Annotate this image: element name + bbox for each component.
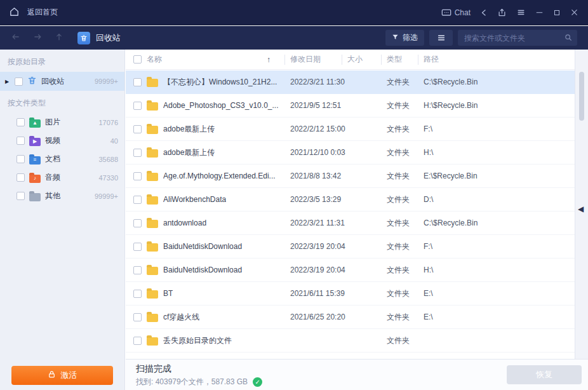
folder-icon bbox=[147, 149, 158, 158]
table-row[interactable]: antdownload 2022/3/21 11:31 文件夹 C:\$Recy… bbox=[126, 212, 575, 235]
item-count: 17076 bbox=[98, 119, 118, 126]
column-header-type[interactable]: 类型 bbox=[381, 50, 418, 69]
file-path: F:\ bbox=[418, 242, 575, 251]
checkbox[interactable] bbox=[17, 173, 25, 182]
table-body: 【不忘初心】Windows10_21H2... 2022/3/21 11:30 … bbox=[126, 71, 575, 359]
sidebar: 按原始目录 ▶ 回收站 99999+ 按文件类型 ▲ bbox=[0, 50, 125, 390]
file-type-list: ▲ 图片 17076 ▶ 视频 40 ≡ 文档 35688 bbox=[0, 113, 124, 205]
column-header-path[interactable]: 路径 bbox=[418, 50, 575, 69]
view-options-button[interactable] bbox=[429, 30, 453, 46]
expand-icon[interactable]: ▶ bbox=[5, 79, 10, 84]
share-button[interactable] bbox=[480, 8, 488, 17]
table-row[interactable] bbox=[126, 353, 575, 359]
search-box bbox=[458, 30, 577, 46]
chat-button[interactable]: Chat bbox=[441, 8, 471, 17]
row-checkbox[interactable] bbox=[133, 290, 142, 298]
search-icon[interactable] bbox=[564, 33, 573, 44]
row-checkbox[interactable] bbox=[133, 313, 142, 321]
table-row[interactable]: Adobe_Photoshop_CS3_v10.0_... 2021/9/5 1… bbox=[126, 94, 575, 118]
file-name: antdownload bbox=[163, 219, 206, 227]
close-button[interactable] bbox=[570, 8, 578, 17]
checkbox[interactable] bbox=[15, 77, 23, 86]
table-row[interactable]: adobe最新上传 2021/12/10 0:03 文件夹 H:\ bbox=[126, 141, 575, 165]
hamburger-icon bbox=[516, 8, 526, 17]
chat-icon bbox=[441, 8, 451, 17]
table-row[interactable]: BaiduNetdiskDownload 2022/3/19 20:04 文件夹… bbox=[126, 235, 575, 259]
back-button[interactable] bbox=[10, 32, 21, 44]
column-label-name: 名称 bbox=[147, 54, 162, 65]
table-row[interactable]: cf穿越火线 2021/6/25 20:20 文件夹 E:\ bbox=[126, 306, 575, 329]
sidebar-item-file-type[interactable]: ▶ 视频 40 bbox=[0, 131, 124, 150]
row-checkbox[interactable] bbox=[133, 149, 142, 157]
funnel-icon bbox=[392, 34, 399, 43]
minimize-button[interactable] bbox=[535, 8, 544, 17]
checkbox[interactable] bbox=[17, 155, 25, 163]
up-button[interactable] bbox=[55, 32, 63, 44]
scan-status-title: 扫描完成 bbox=[136, 363, 171, 375]
modified-date: 2022/3/21 11:31 bbox=[284, 219, 342, 227]
column-header-date[interactable]: 修改日期 bbox=[284, 50, 342, 69]
modified-date: 2022/3/19 20:04 bbox=[284, 266, 342, 274]
table-row[interactable]: BaiduNetdiskDownload 2022/3/19 20:04 文件夹… bbox=[126, 259, 575, 282]
sidebar-item-file-type[interactable]: ♪ 音频 47330 bbox=[0, 168, 124, 187]
column-header-name[interactable]: 名称 ↑ bbox=[126, 50, 284, 69]
row-checkbox[interactable] bbox=[133, 78, 142, 86]
row-checkbox[interactable] bbox=[133, 337, 142, 345]
check-circle-icon: ✓ bbox=[253, 377, 262, 387]
row-checkbox[interactable] bbox=[133, 219, 142, 227]
modified-date: 2022/2/12 15:00 bbox=[284, 124, 342, 133]
row-checkbox[interactable] bbox=[133, 243, 142, 251]
folder-icon bbox=[147, 220, 158, 228]
file-type-folder-icon: ▲ bbox=[29, 119, 41, 128]
sort-ascending-icon[interactable]: ↑ bbox=[267, 55, 271, 64]
table-row[interactable]: BT 2021/6/11 15:39 文件夹 E:\ bbox=[126, 282, 575, 306]
maximize-button[interactable] bbox=[553, 9, 561, 17]
sidebar-item-file-type[interactable]: 其他 99999+ bbox=[0, 187, 124, 205]
chat-label: Chat bbox=[455, 8, 471, 17]
home-button[interactable]: 返回首页 bbox=[9, 6, 58, 19]
file-path: C:\$Recycle.Bin bbox=[418, 219, 575, 227]
folder-icon bbox=[147, 173, 158, 181]
recycle-bin-icon bbox=[27, 76, 37, 87]
table-row[interactable]: adobe最新上传 2022/2/12 15:00 文件夹 F:\ bbox=[126, 118, 575, 141]
table-row[interactable]: Age.of.Mythology.Extended.Edi... 2021/8/… bbox=[126, 165, 575, 188]
row-checkbox[interactable] bbox=[133, 172, 142, 180]
row-checkbox[interactable] bbox=[133, 125, 142, 133]
search-input[interactable] bbox=[458, 30, 577, 46]
row-checkbox[interactable] bbox=[133, 196, 142, 204]
file-name: Adobe_Photoshop_CS3_v10.0_... bbox=[163, 101, 278, 110]
collapse-panel-icon[interactable]: ◀ bbox=[578, 205, 584, 213]
select-all-checkbox[interactable] bbox=[133, 55, 142, 64]
row-checkbox[interactable] bbox=[133, 266, 142, 274]
folder-icon bbox=[147, 267, 158, 275]
forward-button[interactable] bbox=[32, 32, 43, 44]
modified-date: 2021/6/11 15:39 bbox=[284, 289, 342, 298]
table-row[interactable]: 丢失原始目录的文件 文件夹 bbox=[126, 329, 575, 353]
row-checkbox[interactable] bbox=[133, 102, 142, 110]
sidebar-item-file-type[interactable]: ▲ 图片 17076 bbox=[0, 113, 124, 131]
file-name: BaiduNetdiskDownload bbox=[163, 266, 242, 274]
checkbox[interactable] bbox=[17, 192, 25, 200]
file-type: 文件夹 bbox=[381, 288, 418, 299]
filter-button[interactable]: 筛选 bbox=[385, 30, 424, 46]
home-label[interactable]: 返回首页 bbox=[27, 7, 58, 18]
sidebar-item-file-type[interactable]: ≡ 文档 35688 bbox=[0, 150, 124, 168]
file-type: 文件夹 bbox=[381, 241, 418, 252]
scrollbar-thumb[interactable] bbox=[579, 72, 584, 121]
table-row[interactable]: 【不忘初心】Windows10_21H2... 2022/3/21 11:30 … bbox=[126, 71, 575, 94]
checkbox[interactable] bbox=[17, 137, 25, 145]
file-name: cf穿越火线 bbox=[163, 312, 199, 323]
checkbox[interactable] bbox=[17, 118, 25, 126]
table-row[interactable]: AliWorkbenchData 2022/3/5 13:29 文件夹 D:\ bbox=[126, 188, 575, 212]
file-path: C:\$Recycle.Bin bbox=[418, 77, 575, 86]
app-window: 返回首页 Chat bbox=[0, 0, 588, 390]
sidebar-item-recycle-bin[interactable]: ▶ 回收站 99999+ bbox=[0, 72, 124, 91]
file-table: 名称 ↑ 修改日期 大小 类型 路径 【不忘初心】Windows10_21H2.… bbox=[126, 50, 575, 359]
recover-button[interactable]: 恢复 bbox=[507, 365, 582, 384]
folder-icon bbox=[147, 243, 158, 252]
file-type: 文件夹 bbox=[381, 218, 418, 229]
column-header-size[interactable]: 大小 bbox=[342, 50, 381, 69]
activate-button[interactable]: 激活 bbox=[11, 366, 113, 385]
menu-button[interactable] bbox=[516, 8, 526, 17]
export-button[interactable] bbox=[497, 8, 507, 17]
